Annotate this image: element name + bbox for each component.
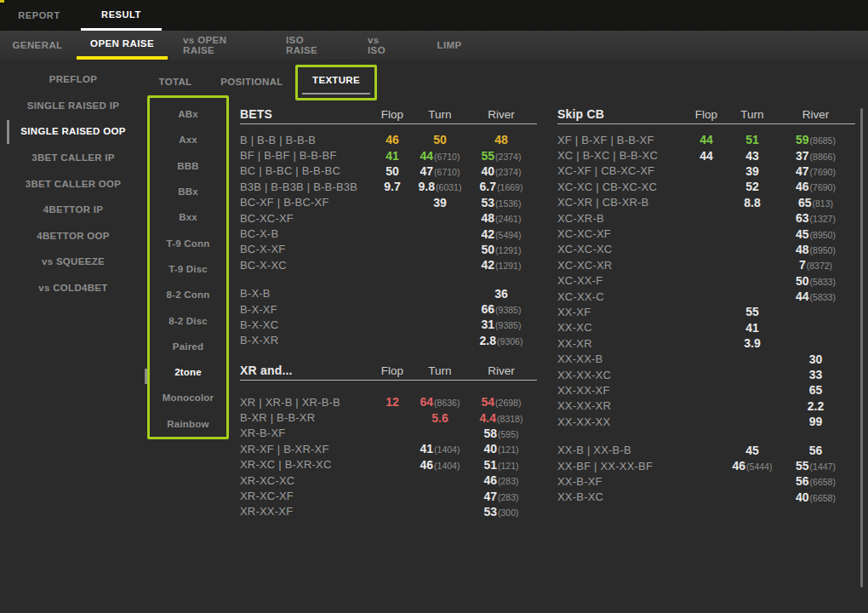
sidebar-item-vs-squeeze[interactable]: vs SQUEEZE bbox=[0, 249, 146, 275]
stat-row: XX-B-XC40(6658) bbox=[557, 490, 855, 505]
stat-row: XC-XX-F50(5833) bbox=[557, 273, 855, 289]
nav-tab-vs-open-raise[interactable]: vs OPEN RAISE bbox=[183, 31, 256, 60]
texture-active-indicator bbox=[145, 369, 147, 384]
row-label: XX-B | XX-B-B bbox=[557, 444, 684, 456]
river-value-cell: 99 bbox=[776, 415, 855, 428]
column-header-turn: Turn bbox=[728, 108, 776, 121]
subtab-positional[interactable]: POSITIONAL bbox=[214, 75, 289, 89]
turn-value-cell: 64(8636) bbox=[414, 395, 465, 409]
texture-item-bbb[interactable]: BBB bbox=[150, 153, 226, 179]
turn-value-cell: 47(6710) bbox=[414, 164, 465, 178]
river-value-cell: 46(283) bbox=[465, 473, 537, 487]
row-label: BC-XC-XF bbox=[240, 212, 370, 225]
turn-value-cell: 50 bbox=[414, 133, 465, 146]
nav-tab-limp[interactable]: LIMP bbox=[432, 31, 466, 60]
table-title: XR and... bbox=[240, 364, 370, 377]
river-value-cell: 54(2698) bbox=[465, 395, 537, 409]
river-value-cell: 6.7(1669) bbox=[465, 180, 537, 193]
texture-item-2tone[interactable]: 2tone bbox=[150, 359, 226, 385]
column-header-flop: Flop bbox=[370, 108, 414, 121]
row-label: XX-XF bbox=[557, 306, 684, 318]
stat-row: BC-XC-XF48(2461) bbox=[240, 210, 537, 226]
nav-tab-vs-iso[interactable]: vs ISO bbox=[368, 31, 398, 60]
sidebar-item-vs-cold4bet[interactable]: vs COLD4BET bbox=[0, 275, 146, 301]
texture-item-8-2-disc[interactable]: 8-2 Disc bbox=[150, 307, 226, 333]
river-value-cell: 45(8950) bbox=[776, 227, 855, 241]
sidebar: PREFLOPSINGLE RAISED IPSINGLE RAISED OOP… bbox=[0, 66, 146, 301]
stat-row: B-X-B36 bbox=[240, 286, 537, 301]
turn-value-cell: 5.6 bbox=[414, 411, 465, 425]
row-label: B-X-XC bbox=[240, 318, 370, 331]
nav-tab-open-raise[interactable]: OPEN RAISE bbox=[77, 31, 168, 60]
river-value-cell: 2.8(9306) bbox=[465, 334, 537, 347]
river-value-cell: 47(7690) bbox=[776, 164, 855, 178]
stat-row: XC-XC-XR7(8372) bbox=[557, 257, 855, 272]
sidebar-item-4bettor-ip[interactable]: 4BETTOR IP bbox=[0, 197, 146, 223]
texture-item-abx[interactable]: ABx bbox=[150, 101, 226, 127]
texture-item-monocolor[interactable]: Monocolor bbox=[150, 385, 226, 410]
river-value-cell: 42(1291) bbox=[465, 258, 537, 272]
river-value-cell: 31(9385) bbox=[465, 318, 537, 331]
nav-tab-iso-raise[interactable]: ISO RAISE bbox=[286, 31, 337, 60]
river-value-cell: 4.4(8318) bbox=[465, 411, 537, 425]
column-header-turn: Turn bbox=[414, 108, 465, 121]
subtab-texture-underline bbox=[302, 93, 370, 95]
sidebar-item-3bet-caller-ip[interactable]: 3BET CALLER IP bbox=[0, 145, 146, 171]
stat-row: XC | B-XC | B-B-XC444337(8866) bbox=[557, 147, 855, 163]
texture-item-bbx[interactable]: BBx bbox=[150, 179, 226, 204]
tab-result[interactable]: RESULT bbox=[81, 0, 162, 31]
corner-marker bbox=[0, 0, 4, 3]
tab-report[interactable]: REPORT bbox=[9, 0, 70, 31]
texture-item-8-2-conn[interactable]: 8-2 Conn bbox=[150, 282, 226, 307]
row-label: XC-XC-XR bbox=[557, 259, 684, 272]
stat-row: XR-XC | B-XR-XC46(1404)51(121) bbox=[240, 457, 537, 473]
texture-item-paired[interactable]: Paired bbox=[150, 334, 226, 359]
stat-row: B-X-XC31(9385) bbox=[240, 317, 537, 332]
nav-tab-general[interactable]: GENERAL bbox=[14, 31, 61, 60]
river-value-cell: 40(121) bbox=[465, 442, 537, 455]
row-label: XR-XX-XF bbox=[240, 505, 370, 518]
texture-item-rainbow[interactable]: Rainbow bbox=[150, 411, 226, 437]
subtab-texture[interactable]: TEXTURE bbox=[295, 65, 377, 100]
stat-row: B3B | B-B3B | B-B-B3B9.79.8(6031)6.7(166… bbox=[240, 179, 537, 194]
sidebar-item-3bet-caller-oop[interactable]: 3BET CALLER OOP bbox=[0, 170, 146, 197]
sidebar-item-preflop[interactable]: PREFLOP bbox=[0, 66, 146, 93]
row-label: XX-XX-XC bbox=[557, 369, 684, 381]
row-label: XX-XX-B bbox=[557, 352, 684, 365]
flop-value-cell: 50 bbox=[370, 164, 414, 178]
river-value-cell: 50(1291) bbox=[465, 243, 537, 256]
row-label: XC-XC | CB-XC-XC bbox=[557, 180, 684, 193]
river-value-cell: 65 bbox=[776, 383, 855, 397]
row-label: B-X-XF bbox=[240, 303, 370, 316]
row-label: XX-B-XF bbox=[557, 475, 684, 488]
turn-value-cell: 55 bbox=[728, 305, 776, 318]
river-value-cell: 2.2 bbox=[776, 399, 855, 413]
stat-row: XR-XX-XF53(300) bbox=[240, 504, 537, 519]
texture-item-t-9-conn[interactable]: T-9 Conn bbox=[150, 230, 226, 255]
subtab-total[interactable]: TOTAL bbox=[153, 75, 197, 89]
turn-value-cell: 39 bbox=[414, 196, 465, 209]
row-label: XR-XC-XF bbox=[240, 490, 370, 502]
stat-row: BC | B-BC | B-B-BC5047(6710)40(2374) bbox=[240, 163, 537, 179]
texture-item-axx[interactable]: Axx bbox=[150, 127, 226, 152]
sidebar-item-single-raised-oop[interactable]: SINGLE RAISED OOP bbox=[0, 118, 146, 145]
row-label: B-X-B bbox=[240, 287, 370, 300]
row-label: B | B-B | B-B-B bbox=[240, 134, 370, 146]
row-label: XR-XC | B-XR-XC bbox=[240, 458, 370, 471]
column-header-flop: Flop bbox=[684, 108, 728, 121]
sidebar-item-4bettor-oop[interactable]: 4BETTOR OOP bbox=[0, 223, 146, 249]
row-label: XC-XX-F bbox=[557, 274, 684, 287]
texture-item-bxx[interactable]: Bxx bbox=[150, 204, 226, 230]
turn-value-cell: 43 bbox=[728, 149, 776, 163]
stat-row: XX-XX-XX99 bbox=[557, 414, 855, 429]
texture-item-t-9-disc[interactable]: T-9 Disc bbox=[150, 256, 226, 282]
turn-value-cell: 41 bbox=[728, 321, 776, 335]
stat-row: XX-B-XF56(6658) bbox=[557, 473, 855, 489]
river-value-cell: 59(8685) bbox=[776, 133, 855, 146]
river-value-cell: 56 bbox=[776, 444, 855, 457]
row-label: XC-XC-XC bbox=[557, 243, 684, 255]
top-bar: REPORT RESULT bbox=[0, 0, 868, 31]
vertical-scrollbar[interactable] bbox=[860, 108, 863, 587]
sidebar-item-single-raised-ip[interactable]: SINGLE RAISED IP bbox=[0, 93, 146, 119]
stat-row: XC-XX-C44(5833) bbox=[557, 289, 855, 304]
